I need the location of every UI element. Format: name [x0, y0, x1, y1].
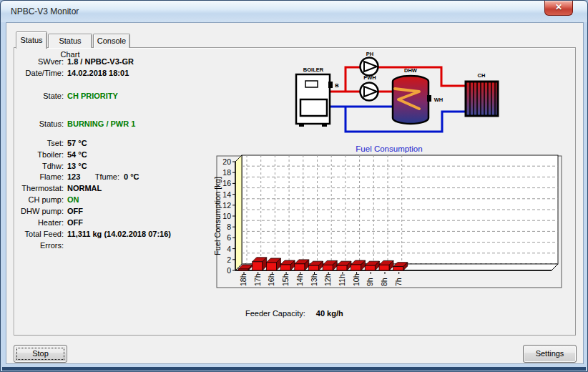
radiator-label: CH	[478, 72, 486, 79]
svg-text:10: 10	[222, 212, 231, 220]
svg-text:16: 16	[222, 179, 231, 187]
dhw-tank-label: DHW	[404, 67, 418, 74]
svg-text:9h: 9h	[366, 278, 374, 286]
boiler-display	[305, 81, 318, 87]
pump-pwh-symbol	[361, 83, 378, 101]
close-button[interactable]: ✕	[544, 1, 573, 16]
pump-ph-symbol	[361, 58, 378, 76]
thermostat-value: NORMAL	[67, 184, 102, 192]
dhw-pump-label: DHW pump:	[14, 207, 64, 215]
svg-text:20: 20	[222, 157, 231, 166]
svg-text:7h: 7h	[394, 278, 403, 286]
boiler-symbol	[296, 74, 333, 127]
tank-sensor-label: WH	[434, 97, 444, 103]
window-title: NPBC-V3 Monitor	[11, 6, 79, 16]
app-window: NPBC-V3 Monitor ✕ Status Status Chart Co…	[0, 0, 588, 372]
svg-text:Fuel Consumption [kg]: Fuel Consumption [kg]	[213, 177, 222, 255]
total-feed-value: 11,311 kg (14.02.2018 07:16)	[67, 230, 171, 238]
tfume-value: 0 °C	[124, 172, 139, 181]
radiator-symbol	[466, 82, 498, 116]
settings-button[interactable]: Settings	[523, 345, 577, 363]
window-bottom-edge	[2, 367, 586, 371]
svg-text:12: 12	[222, 201, 231, 210]
tdhw-label: Tdhw:	[14, 162, 64, 170]
svg-text:8: 8	[227, 222, 231, 231]
tab-console-label: Console	[97, 36, 126, 45]
heater-label: Heater:	[14, 218, 64, 227]
feeder-capacity-value: 40 kg/h	[316, 309, 343, 318]
swver-value: 1.8 / NPBC-V3-GR	[67, 57, 134, 66]
datetime-value: 14.02.2018 18:01	[67, 69, 129, 77]
svg-text:18: 18	[222, 168, 231, 177]
tab-console[interactable]: Console	[93, 34, 130, 48]
boiler-sensor-label: B	[335, 82, 339, 89]
pump-pwh-label: PWH	[363, 74, 376, 81]
svg-text:6: 6	[227, 233, 231, 242]
tboiler-label: Tboiler:	[14, 150, 64, 159]
total-feed-label: Total Feed:	[14, 230, 64, 238]
flame-value: 123	[67, 172, 80, 181]
svg-text:15h: 15h	[281, 273, 290, 286]
dhw-pump-value: OFF	[67, 207, 83, 215]
tab-status-chart-label: Status Chart	[59, 36, 81, 59]
ch-pump-value: ON	[67, 195, 79, 204]
tboiler-value: 54 °C	[67, 150, 87, 159]
hydraulic-schematic: BOILER B PH PWH DHW WH	[283, 45, 509, 140]
tset-label: Tset:	[14, 139, 64, 147]
boiler-door	[300, 99, 327, 116]
boiler-sensor	[328, 82, 333, 88]
swver-label: SWver:	[14, 57, 64, 66]
svg-text:8h: 8h	[380, 278, 388, 286]
status-label: Status:	[14, 119, 64, 128]
svg-text:18h: 18h	[239, 273, 248, 286]
tank-sensor	[427, 95, 431, 102]
settings-button-label: Settings	[536, 349, 564, 358]
svg-text:10h: 10h	[352, 273, 361, 286]
svg-text:16h: 16h	[267, 273, 275, 286]
tab-status[interactable]: Status	[16, 31, 47, 49]
svg-text:12h: 12h	[323, 273, 332, 286]
tab-status-label: Status	[20, 36, 42, 44]
ch-pump-label: CH pump:	[14, 195, 64, 204]
state-value: CH PRIORITY	[67, 92, 118, 100]
title-bar[interactable]: NPBC-V3 Monitor ✕	[1, 1, 587, 22]
svg-text:0: 0	[227, 266, 231, 275]
tdhw-value: 13 °C	[67, 162, 87, 170]
svg-text:13h: 13h	[310, 273, 318, 286]
dhw-tank-symbol	[393, 76, 431, 124]
flame-label: Flame:	[14, 172, 64, 181]
status-value: BURNING / PWR 1	[67, 119, 135, 128]
svg-text:17h: 17h	[253, 273, 262, 286]
pump-ph-label: PH	[366, 51, 373, 57]
svg-text:14h: 14h	[295, 273, 304, 286]
svg-text:4: 4	[227, 245, 231, 253]
datetime-label: Date/Time:	[14, 69, 64, 77]
heater-value: OFF	[67, 218, 83, 227]
boiler-label: BOILER	[303, 67, 324, 73]
tab-status-chart[interactable]: Status Chart	[48, 34, 92, 48]
thermostat-label: Thermostat:	[14, 184, 64, 192]
stop-button[interactable]: Stop	[14, 345, 67, 363]
tfume-label: Tfume:	[87, 172, 119, 181]
feeder-capacity-row: Feeder Capacity: 40 kg/h	[245, 309, 343, 318]
tset-value: 57 °C	[67, 139, 87, 147]
fuel-consumption-chart: 0246810121416182018h17h16h15h14h13h12h11…	[212, 144, 566, 290]
state-label: State:	[14, 92, 64, 100]
feeder-capacity-label: Feeder Capacity:	[245, 309, 305, 318]
svg-text:Fuel Consumption: Fuel Consumption	[356, 145, 422, 153]
svg-text:14: 14	[222, 190, 231, 199]
svg-text:11h: 11h	[338, 274, 346, 286]
errors-label: Errors:	[14, 241, 64, 250]
stop-button-label: Stop	[32, 349, 49, 358]
svg-text:2: 2	[227, 255, 231, 264]
